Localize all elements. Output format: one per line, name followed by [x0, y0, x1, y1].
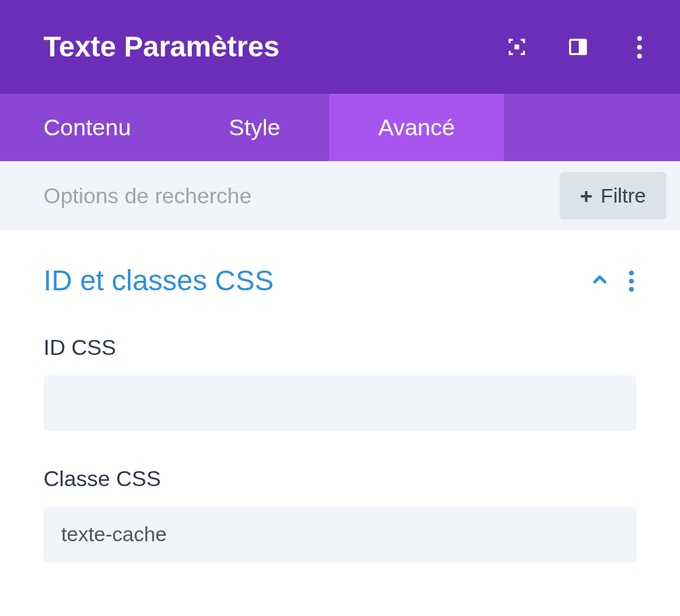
- svg-rect-0: [515, 45, 520, 50]
- chevron-up-icon[interactable]: [590, 269, 610, 292]
- input-classe-css[interactable]: [44, 507, 636, 562]
- more-menu-icon[interactable]: [628, 36, 650, 58]
- field-classe-css: Classe CSS: [44, 466, 636, 562]
- search-input[interactable]: [44, 184, 560, 209]
- header-actions: [506, 36, 650, 58]
- section-more-icon[interactable]: [626, 268, 636, 294]
- tab-style[interactable]: Style: [180, 94, 330, 161]
- plus-icon: +: [580, 185, 593, 207]
- focus-icon[interactable]: [506, 36, 528, 58]
- filter-button[interactable]: + Filtre: [560, 172, 666, 220]
- tab-avance[interactable]: Avancé: [329, 94, 504, 161]
- section-controls: [590, 268, 636, 294]
- input-id-css[interactable]: [44, 375, 636, 431]
- filter-button-label: Filtre: [600, 184, 646, 207]
- section-header[interactable]: ID et classes CSS: [44, 264, 636, 297]
- tabs-bar: Contenu Style Avancé: [0, 94, 680, 161]
- tab-contenu[interactable]: Contenu: [0, 94, 180, 161]
- panel-title: Texte Paramètres: [44, 31, 279, 63]
- field-label-id-css: ID CSS: [44, 335, 636, 360]
- panel-header: Texte Paramètres: [0, 0, 680, 94]
- panel-layout-icon[interactable]: [567, 36, 589, 58]
- field-label-classe-css: Classe CSS: [44, 466, 636, 492]
- svg-rect-2: [579, 40, 586, 54]
- field-id-css: ID CSS: [44, 335, 636, 431]
- section-title: ID et classes CSS: [44, 264, 273, 297]
- content-area: ID et classes CSS ID CSS Classe CSS: [0, 230, 680, 562]
- search-bar: + Filtre: [0, 161, 680, 230]
